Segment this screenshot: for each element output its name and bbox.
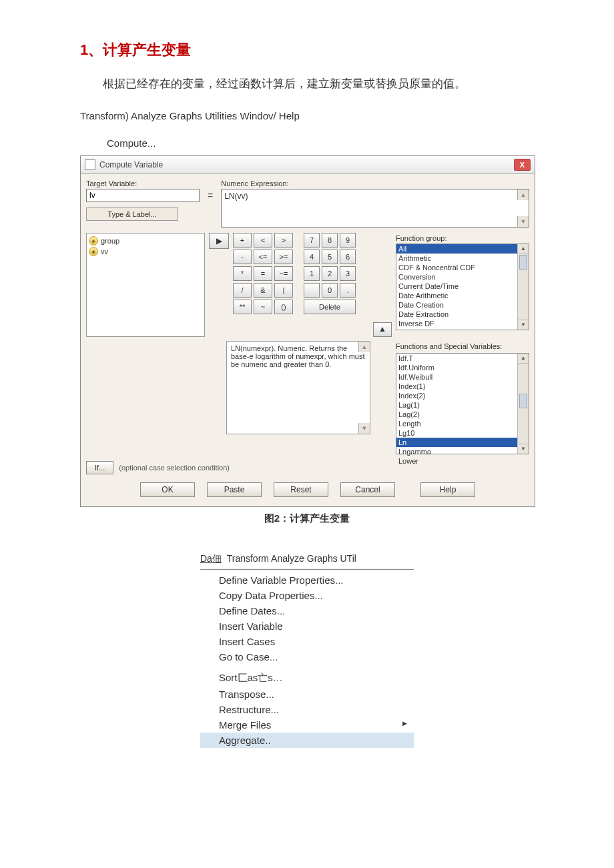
functions-listbox[interactable]: Idf.T Idf.Uniform Idf.Weibull Index(1) I… [396, 353, 529, 454]
menu-bar-rest: Transform Analyze Graphs UTil [227, 553, 356, 564]
target-variable-input[interactable] [86, 189, 200, 202]
op-eq-button[interactable]: = [254, 266, 272, 281]
data-menu-item[interactable]: Merge Files [200, 717, 414, 733]
op-div-button[interactable]: / [233, 283, 252, 298]
cancel-button[interactable]: Cancel [340, 482, 395, 497]
close-button[interactable]: X [514, 159, 531, 171]
digit-9-button[interactable]: 9 [340, 233, 356, 248]
equals-sign: = [204, 190, 217, 201]
reset-button[interactable]: Reset [274, 482, 328, 497]
move-to-expression-button[interactable]: ▶ [209, 233, 229, 249]
function-item[interactable]: Lower [396, 456, 529, 466]
op-lt-button[interactable]: < [254, 233, 272, 248]
op-not-button[interactable]: ~ [254, 300, 272, 314]
function-item[interactable]: Index(2) [396, 391, 529, 400]
insert-function-up-button[interactable]: ▲ [373, 322, 392, 337]
digit-6-button[interactable]: 6 [340, 250, 356, 264]
op-or-button[interactable]: | [274, 283, 293, 298]
menu-path-text: Transform) Analyze Graphs Utilities Wind… [80, 107, 534, 125]
data-menu-item[interactable]: Define Dates... [200, 603, 414, 618]
function-item[interactable]: Lag(2) [396, 410, 529, 419]
menu-bar: Da佃 Transform Analyze Graphs UTil [200, 552, 414, 566]
data-menu-trigger[interactable]: Da佃 [200, 553, 222, 564]
function-item[interactable]: Index(1) [396, 382, 529, 391]
function-group-item[interactable]: Date Creation [396, 300, 529, 310]
desc-scroll-up-icon[interactable]: ▲ [358, 342, 370, 352]
function-group-label: Function group: [396, 234, 529, 242]
calculator-keypad: + < > 7 8 9 - <= >= 4 5 6 * = ~= [233, 233, 369, 337]
digit-1-button[interactable]: 1 [304, 266, 320, 281]
data-menu-item[interactable]: Insert Cases [200, 634, 414, 649]
data-menu-item[interactable]: Copy Data Properties... [200, 588, 414, 603]
function-group-item[interactable]: Current Date/Time [396, 282, 529, 291]
function-item[interactable]: Idf.Weibull [396, 372, 529, 382]
digit-2-button[interactable]: 2 [322, 266, 338, 281]
expr-scroll-up-icon[interactable]: ▲ [517, 189, 529, 200]
dot-button[interactable]: . [340, 283, 356, 298]
function-group-item[interactable]: CDF & Noncentral CDF [396, 263, 529, 272]
expr-scroll-down-icon[interactable]: ▼ [517, 216, 529, 227]
function-item[interactable]: Lg10 [396, 428, 529, 438]
variable-item[interactable]: ◈group [89, 236, 202, 246]
op-pow-button[interactable]: ** [233, 300, 252, 314]
data-menu-item[interactable]: Define Variable Properties... [200, 572, 414, 588]
variables-listbox[interactable]: ◈group ◈vv [86, 233, 205, 337]
function-group-item[interactable]: Date Extraction [396, 310, 529, 319]
data-menu-item[interactable]: Insert Variable [200, 618, 414, 634]
numeric-expression-textarea[interactable]: LN(vv) ▲ ▼ [221, 189, 529, 228]
blank-button[interactable] [304, 283, 320, 298]
doc-heading: 1、计算产生变量 [80, 40, 534, 60]
data-menu-item[interactable]: Go to Case... [200, 649, 414, 665]
op-le-button[interactable]: <= [254, 250, 272, 264]
type-and-label-button[interactable]: Type & Label... [86, 207, 178, 221]
op-paren-button[interactable]: () [274, 300, 293, 314]
data-menu-item[interactable]: Sort匚as亡s… [200, 670, 414, 687]
paste-button[interactable]: Paste [207, 482, 262, 497]
scroll-up-icon[interactable]: ▲ [518, 244, 529, 254]
scroll-thumb[interactable] [519, 394, 527, 408]
function-group-item[interactable]: Inverse DF [396, 319, 529, 328]
function-item[interactable]: Lngamma [396, 447, 529, 456]
compute-variable-dialog: Compute Variable X Target Variable: Type… [80, 155, 535, 507]
numeric-expression-value: LN(vv) [224, 191, 248, 201]
function-group-item[interactable]: Date Arithmetic [396, 291, 529, 300]
scroll-down-icon[interactable]: ▼ [518, 320, 529, 330]
function-group-item[interactable]: All [396, 244, 529, 254]
data-menu-item[interactable]: Transpose... [200, 687, 414, 702]
data-menu-item[interactable]: Restructure... [200, 702, 414, 717]
function-group-listbox[interactable]: All Arithmetic CDF & Noncentral CDF Conv… [396, 244, 529, 330]
menu-separator [200, 569, 414, 570]
op-gt-button[interactable]: > [274, 233, 293, 248]
scroll-down-icon[interactable]: ▼ [518, 444, 529, 454]
function-item[interactable]: Length [396, 419, 529, 428]
if-button[interactable]: If... [86, 461, 113, 474]
scrollbar[interactable]: ▲ ▼ [517, 354, 529, 454]
function-group-item[interactable]: Conversion [396, 272, 529, 282]
digit-0-button[interactable]: 0 [322, 283, 338, 298]
digit-5-button[interactable]: 5 [322, 250, 338, 264]
function-group-item[interactable]: Arithmetic [396, 254, 529, 263]
op-minus-button[interactable]: - [233, 250, 252, 264]
variable-item[interactable]: ◈vv [89, 246, 202, 257]
ok-button[interactable]: OK [140, 482, 195, 497]
function-item[interactable]: Lag(1) [396, 400, 529, 410]
digit-3-button[interactable]: 3 [340, 266, 356, 281]
help-button[interactable]: Help [420, 482, 475, 497]
digit-8-button[interactable]: 8 [322, 233, 338, 248]
digit-7-button[interactable]: 7 [304, 233, 320, 248]
data-menu-item[interactable]: Aggregate.. [200, 733, 414, 748]
scrollbar[interactable]: ▲ ▼ [517, 244, 529, 330]
op-ne-button[interactable]: ~= [274, 266, 293, 281]
op-mul-button[interactable]: * [233, 266, 252, 281]
scroll-up-icon[interactable]: ▲ [518, 354, 529, 364]
delete-button[interactable]: Delete [304, 300, 356, 314]
op-plus-button[interactable]: + [233, 233, 252, 248]
function-item[interactable]: Idf.T [396, 354, 529, 363]
scroll-thumb[interactable] [519, 255, 527, 270]
function-item[interactable]: Ln [396, 438, 529, 447]
desc-scroll-down-icon[interactable]: ▼ [358, 423, 370, 434]
digit-4-button[interactable]: 4 [304, 250, 320, 264]
op-and-button[interactable]: & [254, 283, 272, 298]
function-item[interactable]: Idf.Uniform [396, 363, 529, 372]
op-ge-button[interactable]: >= [274, 250, 293, 264]
